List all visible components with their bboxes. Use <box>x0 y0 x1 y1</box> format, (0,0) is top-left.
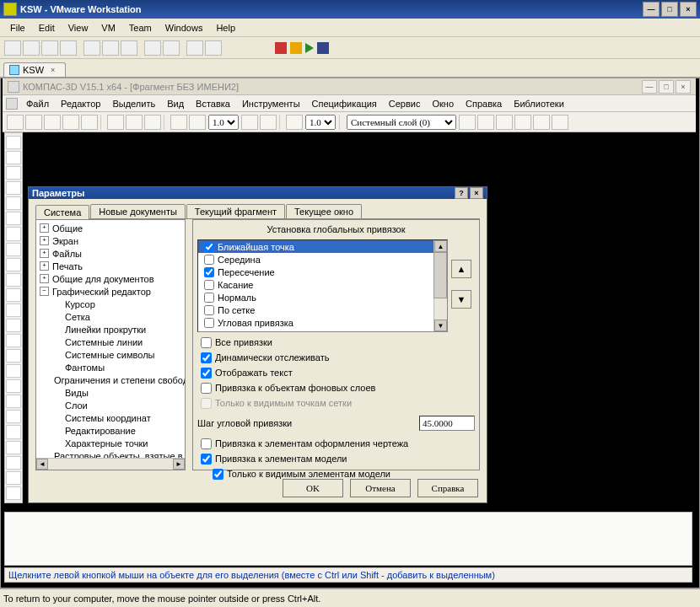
vtool-17[interactable] <box>6 379 21 393</box>
kompas-maximize-button[interactable]: □ <box>659 80 674 94</box>
ktool-z2[interactable] <box>286 115 303 130</box>
ktool-print[interactable] <box>62 115 79 130</box>
tool-snapshot-revert[interactable] <box>102 40 119 56</box>
checkbox[interactable] <box>201 454 212 465</box>
tab-new-docs[interactable]: Новые документы <box>90 204 186 218</box>
tree-leaf[interactable]: Редактирование <box>63 426 137 436</box>
menu-vm[interactable]: VM <box>94 21 122 35</box>
ktool-l4[interactable] <box>514 115 531 130</box>
tool-unity[interactable] <box>163 40 180 56</box>
tool-suspend[interactable] <box>23 40 40 56</box>
vtool-12[interactable] <box>6 304 21 317</box>
checkbox[interactable] <box>201 438 212 449</box>
vtool-6[interactable] <box>6 212 21 225</box>
tool-a[interactable] <box>186 40 203 56</box>
tree-node[interactable]: Общие для документов <box>51 274 156 284</box>
vtool-11[interactable] <box>6 288 21 302</box>
tree-leaf[interactable]: Системные линии <box>63 337 144 347</box>
checkbox[interactable] <box>201 383 212 394</box>
scrollbar-thumb[interactable] <box>433 252 447 298</box>
minimize-button[interactable]: — <box>643 2 660 17</box>
kmenu-editor[interactable]: Редактор <box>55 97 106 110</box>
help-button[interactable]: Справка <box>417 479 478 497</box>
layer-select[interactable]: Системный слой (0) <box>347 115 456 130</box>
ktool-zoom-out[interactable] <box>241 115 258 130</box>
tree-toggle[interactable]: − <box>40 287 49 296</box>
stop-icon[interactable] <box>275 42 287 54</box>
tree-leaf[interactable]: Виды <box>63 388 90 398</box>
kmenu-service[interactable]: Сервис <box>383 97 427 110</box>
vtool-9[interactable] <box>6 258 21 271</box>
pause-icon[interactable] <box>290 42 302 54</box>
vtool-1[interactable] <box>6 136 21 149</box>
vtool-2[interactable] <box>6 151 21 164</box>
kmenu-spec[interactable]: Спецификация <box>306 97 383 110</box>
vtool-7[interactable] <box>6 227 21 240</box>
dialog-titlebar[interactable]: Параметры ? × <box>29 187 487 199</box>
dialog-help-button[interactable]: ? <box>455 187 468 199</box>
tab-close-icon[interactable]: × <box>51 66 55 74</box>
snap-check[interactable] <box>204 305 214 315</box>
tab-system[interactable]: Система <box>35 205 89 219</box>
ktool-paste[interactable] <box>144 115 161 130</box>
tree-leaf[interactable]: Ограничения и степени свободы <box>52 375 186 385</box>
ktool-copy[interactable] <box>126 115 143 130</box>
close-button[interactable]: × <box>680 2 697 17</box>
kmenu-file[interactable]: Файл <box>20 97 55 110</box>
tree-toggle[interactable]: + <box>40 261 49 271</box>
maximize-button[interactable]: □ <box>661 2 678 17</box>
move-up-button[interactable]: ▲ <box>451 260 471 278</box>
tree-leaf[interactable]: Курсор <box>63 299 97 309</box>
vtool-20[interactable] <box>6 425 21 438</box>
tool-fullscreen[interactable] <box>144 40 161 56</box>
tree-toggle[interactable]: + <box>40 223 49 233</box>
vtool-19[interactable] <box>6 410 21 423</box>
vtool-22[interactable] <box>6 456 21 470</box>
tool-manage[interactable] <box>60 40 77 56</box>
tool-b[interactable] <box>205 40 222 56</box>
tree-leaf[interactable]: Сетка <box>63 312 92 322</box>
kmenu-libs[interactable]: Библиотеки <box>508 97 570 110</box>
ktool-zoom-in[interactable] <box>189 115 206 130</box>
zoom-select-2[interactable]: 1.0 <box>305 115 336 130</box>
tree-leaf[interactable]: Системные символы <box>63 350 156 360</box>
scroll-right-icon[interactable]: ► <box>173 459 185 470</box>
snap-check[interactable] <box>204 280 214 290</box>
vtool-16[interactable] <box>6 364 21 378</box>
tree-node[interactable]: Экран <box>51 236 80 246</box>
ktool-preview[interactable] <box>81 115 98 130</box>
ktool-open[interactable] <box>25 115 42 130</box>
ktool-new[interactable] <box>7 115 24 130</box>
ktool-l3[interactable] <box>496 115 513 130</box>
settings-tree[interactable]: +Общие +Экран +Файлы +Печать +Общие для … <box>35 219 186 470</box>
tree-node[interactable]: Общие <box>51 223 84 234</box>
reset-icon[interactable] <box>317 42 329 54</box>
ktool-l1[interactable] <box>459 115 476 130</box>
checkbox[interactable] <box>213 469 223 480</box>
tree-h-scrollbar[interactable]: ◄ ► <box>36 458 185 470</box>
kmenu-select[interactable]: Выделить <box>106 97 161 110</box>
tool-snapshot-take[interactable] <box>83 40 100 56</box>
ktool-l6[interactable] <box>552 115 568 130</box>
snap-check[interactable] <box>204 267 214 277</box>
kmenu-insert[interactable]: Вставка <box>190 97 236 110</box>
kmenu-tools[interactable]: Инструменты <box>236 97 306 110</box>
menu-help[interactable]: Help <box>209 21 242 35</box>
checkbox[interactable] <box>201 352 212 363</box>
menu-file[interactable]: File <box>3 21 32 35</box>
ktool-l2[interactable] <box>477 115 494 130</box>
snap-checklist[interactable]: Ближайшая точка Середина Пересечение Кас… <box>197 239 448 332</box>
kompas-minimize-button[interactable]: — <box>642 80 657 94</box>
vtool-4[interactable] <box>6 181 21 195</box>
tree-leaf[interactable]: Фантомы <box>63 363 106 373</box>
kmenu-view[interactable]: Вид <box>161 97 190 110</box>
scroll-down-icon[interactable]: ▼ <box>434 320 447 331</box>
tree-leaf[interactable]: Линейки прокрутки <box>63 325 148 335</box>
dialog-close-button[interactable]: × <box>470 187 483 199</box>
scroll-left-icon[interactable]: ◄ <box>36 459 48 470</box>
vtool-3[interactable] <box>6 166 21 180</box>
vtool-15[interactable] <box>6 349 21 363</box>
menu-team[interactable]: Team <box>122 21 159 35</box>
tree-leaf[interactable]: Системы координат <box>63 413 153 423</box>
vtool-8[interactable] <box>6 243 21 256</box>
